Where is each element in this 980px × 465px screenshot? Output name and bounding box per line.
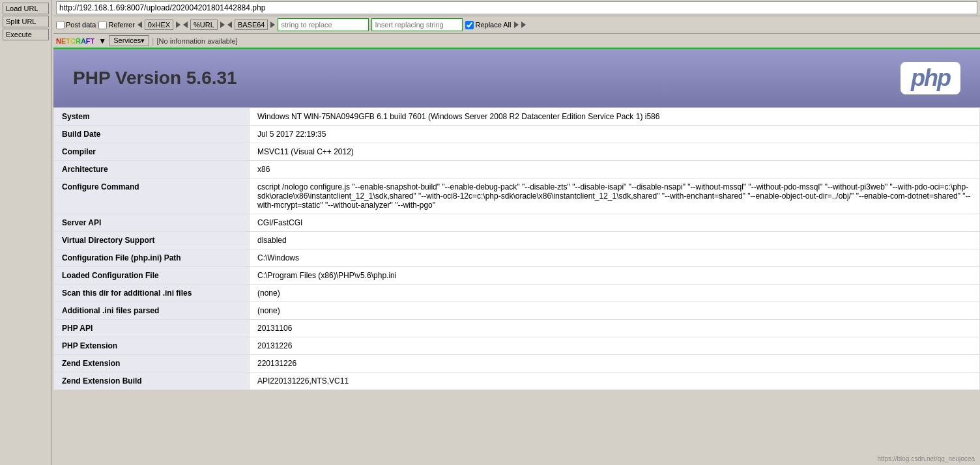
- table-cell-value: (none): [250, 285, 980, 302]
- brand-logo: NETCRAFT: [56, 37, 94, 45]
- left-panel: Load URL Split URL Execute: [0, 0, 52, 390]
- base64-right-arrow: [270, 21, 275, 28]
- nav-info: [No information available]: [156, 37, 237, 45]
- replace-right-arrow1: [514, 21, 519, 28]
- table-cell-value: 20131226: [250, 337, 980, 355]
- table-cell-label: Build Date: [54, 126, 250, 143]
- table-row: Configure Commandcscript /nologo configu…: [54, 178, 980, 214]
- table-row: Virtual Directory Supportdisabled: [54, 232, 980, 249]
- table-cell-value: cscript /nologo configure.js "--enable-s…: [250, 178, 980, 214]
- table-row: Configuration File (php.ini) PathC:\Wind…: [54, 249, 980, 267]
- url-left-arrow: [183, 21, 188, 28]
- table-cell-value: Jul 5 2017 22:19:35: [250, 126, 980, 143]
- table-cell-label: System: [54, 108, 250, 126]
- php-header: PHP Version 5.6.31 php: [53, 49, 980, 107]
- replace-all-text: Replace All: [475, 21, 511, 29]
- table-cell-value: API220131226,NTS,VC11: [250, 373, 980, 390]
- table-row: Architecturex86: [54, 161, 980, 178]
- php-info-table: SystemWindows NT WIN-75NA0949GFB 6.1 bui…: [53, 107, 980, 390]
- replace-all-checkbox[interactable]: [465, 21, 474, 29]
- table-cell-label: PHP API: [54, 320, 250, 337]
- table-row: CompilerMSVC11 (Visual C++ 2012): [54, 143, 980, 161]
- table-cell-label: Zend Extension Build: [54, 373, 250, 390]
- table-cell-label: Configuration File (php.ini) Path: [54, 249, 250, 267]
- base64-left-arrow: [227, 21, 232, 28]
- post-data-checkbox-label[interactable]: Post data: [56, 21, 96, 29]
- table-cell-label: Server API: [54, 214, 250, 232]
- table-cell-value: 20131106: [250, 320, 980, 337]
- table-cell-label: PHP Extension: [54, 337, 250, 355]
- table-cell-value: x86: [250, 161, 980, 178]
- url-text: http://192.168.1.69:8007/upload/20200420…: [59, 3, 265, 12]
- replace-right-arrow2: [521, 21, 526, 28]
- table-row: Zend Extension220131226: [54, 355, 980, 373]
- table-row: Build DateJul 5 2017 22:19:35: [54, 126, 980, 143]
- string-to-replace-input[interactable]: [278, 18, 369, 31]
- load-url-button[interactable]: Load URL: [3, 3, 49, 14]
- base64-button[interactable]: BASE64: [235, 20, 268, 30]
- referrer-label: Referrer: [108, 21, 134, 29]
- table-row: Additional .ini files parsed(none): [54, 302, 980, 320]
- table-row: PHP API20131106: [54, 320, 980, 337]
- table-cell-value: C:\Program Files (x86)\PHP\v5.6\php.ini: [250, 267, 980, 285]
- execute-button[interactable]: Execute: [3, 29, 49, 40]
- split-url-button[interactable]: Split URL: [3, 16, 49, 27]
- main-content: http://192.168.1.69:8007/upload/20200420…: [53, 0, 980, 390]
- post-data-checkbox[interactable]: [56, 21, 65, 29]
- hex-button[interactable]: 0xHEX: [145, 20, 173, 30]
- services-button[interactable]: Services▾: [109, 35, 149, 46]
- table-row: Scan this dir for additional .ini files(…: [54, 285, 980, 302]
- separator: |: [152, 36, 154, 46]
- table-cell-value: (none): [250, 302, 980, 320]
- replace-all-label[interactable]: Replace All: [465, 21, 511, 29]
- referrer-checkbox[interactable]: [98, 21, 107, 29]
- second-toolbar: Post data Referrer 0xHEX %URL BASE64: [53, 16, 980, 34]
- brand-arrow: ▼: [98, 36, 106, 46]
- table-cell-label: Loaded Configuration File: [54, 267, 250, 285]
- table-cell-value: CGI/FastCGI: [250, 214, 980, 232]
- table-row: SystemWindows NT WIN-75NA0949GFB 6.1 bui…: [54, 108, 980, 126]
- nav-bar: NETCRAFT ▼ Services▾ | [No information a…: [53, 34, 980, 49]
- table-cell-label: Configure Command: [54, 178, 250, 214]
- table-cell-value: Windows NT WIN-75NA0949GFB 6.1 build 760…: [250, 108, 980, 126]
- table-cell-label: Compiler: [54, 143, 250, 161]
- table-cell-label: Additional .ini files parsed: [54, 302, 250, 320]
- table-row: Zend Extension BuildAPI220131226,NTS,VC1…: [54, 373, 980, 390]
- php-content: PHP Version 5.6.31 php SystemWindows NT …: [53, 49, 980, 390]
- table-row: Loaded Configuration FileC:\Program File…: [54, 267, 980, 285]
- hex-right-arrow: [176, 21, 180, 28]
- url-encode-button[interactable]: %URL: [190, 20, 218, 30]
- url-display: http://192.168.1.69:8007/upload/20200420…: [56, 1, 977, 14]
- php-title: PHP Version 5.6.31: [73, 68, 237, 89]
- table-cell-value: MSVC11 (Visual C++ 2012): [250, 143, 980, 161]
- table-cell-label: Scan this dir for additional .ini files: [54, 285, 250, 302]
- url-bar-area: http://192.168.1.69:8007/upload/20200420…: [53, 0, 980, 16]
- table-cell-value: C:\Windows: [250, 249, 980, 267]
- table-cell-value: disabled: [250, 232, 980, 249]
- table-cell-label: Architecture: [54, 161, 250, 178]
- table-row: PHP Extension20131226: [54, 337, 980, 355]
- replacing-string-input[interactable]: [371, 18, 463, 31]
- referrer-checkbox-label[interactable]: Referrer: [98, 21, 134, 29]
- table-cell-label: Virtual Directory Support: [54, 232, 250, 249]
- url-right-arrow: [220, 21, 225, 28]
- post-data-label: Post data: [66, 21, 96, 29]
- hex-left-arrow: [137, 21, 142, 28]
- php-logo-text: php: [911, 64, 950, 91]
- table-cell-label: Zend Extension: [54, 355, 250, 373]
- table-cell-value: 220131226: [250, 355, 980, 373]
- table-row: Server APICGI/FastCGI: [54, 214, 980, 232]
- php-logo: php: [901, 62, 960, 94]
